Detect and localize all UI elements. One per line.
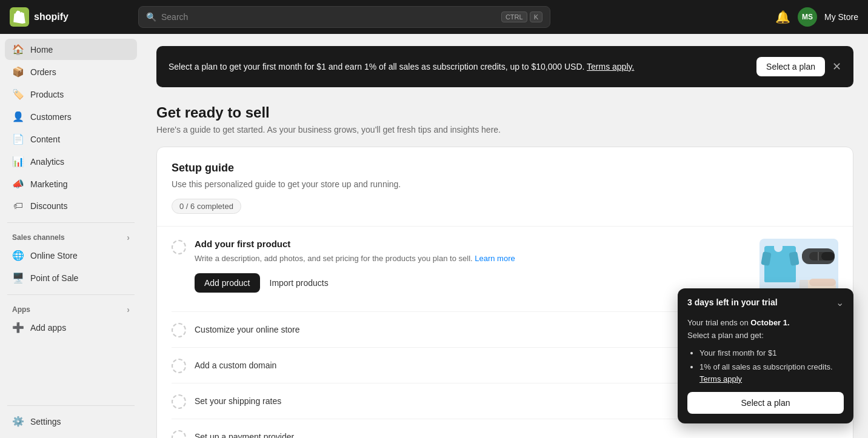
sidebar-item-orders[interactable]: 📦 Orders (5, 61, 137, 82)
point-of-sale-icon: 🖥️ (12, 272, 24, 284)
apps-expand-icon[interactable]: › (127, 305, 130, 314)
sidebar-content-label: Content (30, 134, 60, 144)
trial-benefit-1: Your first month for $1 (699, 347, 844, 359)
promo-select-plan-button[interactable]: Select a plan (756, 57, 825, 76)
import-products-button[interactable]: Import products (267, 273, 331, 293)
sidebar-add-apps-label: Add apps (30, 323, 66, 333)
sidebar-orders-label: Orders (30, 67, 56, 77)
sidebar-item-analytics[interactable]: 📊 Analytics (5, 151, 137, 172)
promo-banner: Select a plan to get your first month fo… (156, 46, 853, 87)
apps-label: Apps (12, 305, 30, 314)
add-apps-icon: ➕ (12, 322, 24, 333)
topnav-right: 🔔 MS My Store (775, 7, 858, 27)
shopify-logo-icon (10, 7, 29, 27)
page-subtitle: Here's a guide to get started. As your b… (156, 125, 853, 134)
apps-section: Apps › (0, 300, 142, 317)
add-product-actions: Add product Import products (195, 273, 751, 293)
trial-end-date: October 1. (750, 318, 789, 327)
trial-widget-title: 3 days left in your trial (687, 297, 778, 307)
setup-card-title: Setup guide (172, 162, 838, 174)
home-icon: 🏠 (12, 44, 24, 55)
add-product-check (172, 240, 186, 254)
store-name[interactable]: My Store (824, 12, 858, 22)
trial-widget: 3 days left in your trial ⌄ Your trial e… (678, 288, 853, 423)
ctrl-key: CTRL (501, 12, 527, 22)
add-product-content: Add your first product Write a descripti… (195, 239, 751, 293)
custom-domain-check (172, 359, 186, 373)
trial-widget-collapse-icon[interactable]: ⌄ (836, 297, 844, 308)
add-product-desc: Write a description, add photos, and set… (195, 253, 751, 265)
shipping-title: Set your shipping rates (195, 396, 281, 406)
promo-banner-actions: Select a plan ✕ (756, 57, 841, 76)
sidebar-divider-3 (7, 405, 135, 406)
orders-icon: 📦 (12, 66, 24, 78)
sidebar-item-products[interactable]: 🏷️ Products (5, 84, 137, 105)
sales-channels-section: Sales channels › (0, 228, 142, 245)
sidebar-item-online-store[interactable]: 🌐 Online Store (5, 245, 137, 266)
customers-icon: 👤 (12, 111, 24, 122)
trial-benefits-list: Your first month for $1 1% of all sales … (687, 347, 844, 385)
progress-badge: 0 / 6 completed (172, 199, 241, 214)
trial-widget-body: Your trial ends on October 1. Select a p… (678, 317, 853, 423)
online-store-icon: 🌐 (12, 250, 24, 261)
k-key: K (530, 12, 542, 22)
sidebar-pos-label: Point of Sale (30, 273, 78, 283)
setup-card-subtitle: Use this personalized guide to get your … (172, 179, 838, 189)
trial-end-text: Your trial ends on October 1. Select a p… (687, 317, 844, 342)
avatar[interactable]: MS (798, 7, 817, 27)
sidebar-item-home[interactable]: 🏠 Home (5, 39, 137, 60)
sidebar-bottom: ⚙️ Settings (0, 400, 142, 433)
content-icon: 📄 (12, 133, 24, 145)
sidebar-products-label: Products (30, 90, 64, 99)
custom-domain-title: Add a custom domain (195, 360, 276, 370)
search-icon: 🔍 (146, 12, 156, 22)
page-title: Get ready to sell (156, 104, 853, 121)
sidebar-online-store-label: Online Store (30, 251, 78, 260)
settings-icon: ⚙️ (12, 416, 24, 427)
add-product-button[interactable]: Add product (195, 273, 260, 293)
sidebar-item-point-of-sale[interactable]: 🖥️ Point of Sale (5, 267, 137, 288)
sidebar-divider-1 (7, 222, 135, 223)
sidebar: 🏠 Home 📦 Orders 🏷️ Products 👤 Customers … (0, 34, 142, 438)
discounts-icon: 🏷 (12, 201, 24, 211)
sidebar-settings-label: Settings (30, 417, 61, 426)
search-keyboard-shortcuts: CTRL K (501, 12, 542, 22)
top-navigation: shopify 🔍 Search CTRL K 🔔 MS My Store (0, 0, 868, 34)
payment-check (172, 430, 186, 438)
sales-channels-label: Sales channels (12, 233, 65, 242)
sidebar-item-content[interactable]: 📄 Content (5, 128, 137, 150)
trial-select-plan-button[interactable]: Select a plan (687, 392, 844, 414)
payment-title: Set up a payment provider (195, 432, 294, 438)
trial-benefit-2: 1% of all sales as subscription credits.… (699, 361, 844, 385)
promo-terms-link[interactable]: Terms apply. (587, 62, 634, 71)
add-product-title: Add your first product (195, 239, 751, 249)
shipping-check (172, 394, 186, 409)
sidebar-customers-label: Customers (30, 112, 72, 122)
products-icon: 🏷️ (12, 88, 24, 100)
sidebar-item-customers[interactable]: 👤 Customers (5, 106, 137, 127)
promo-banner-text: Select a plan to get your first month fo… (169, 61, 756, 73)
customize-store-check (172, 323, 186, 337)
logo-area: shopify (10, 7, 131, 27)
sidebar-item-discounts[interactable]: 🏷 Discounts (5, 196, 137, 216)
customize-store-title: Customize your online store (195, 325, 300, 334)
learn-more-link[interactable]: Learn more (475, 254, 515, 263)
sidebar-item-marketing[interactable]: 📣 Marketing (5, 173, 137, 194)
trial-widget-header: 3 days left in your trial ⌄ (678, 288, 853, 317)
analytics-icon: 📊 (12, 156, 24, 167)
search-bar[interactable]: 🔍 Search CTRL K (138, 6, 550, 28)
notifications-icon[interactable]: 🔔 (775, 10, 790, 24)
sales-channels-expand-icon[interactable]: › (127, 233, 130, 242)
promo-close-button[interactable]: ✕ (832, 60, 841, 73)
search-placeholder-text: Search (161, 12, 188, 22)
trial-terms-link[interactable]: Terms apply (699, 374, 742, 383)
sidebar-home-label: Home (30, 45, 53, 55)
logo-text: shopify (34, 12, 68, 22)
trial-cta-text: Select a plan and get: (687, 331, 764, 340)
sidebar-analytics-label: Analytics (30, 157, 64, 167)
sidebar-marketing-label: Marketing (30, 179, 67, 189)
promo-banner-message: Select a plan to get your first month fo… (169, 62, 584, 71)
sidebar-item-add-apps[interactable]: ➕ Add apps (5, 317, 137, 338)
sidebar-item-settings[interactable]: ⚙️ Settings (5, 411, 137, 432)
sidebar-divider-2 (7, 294, 135, 295)
